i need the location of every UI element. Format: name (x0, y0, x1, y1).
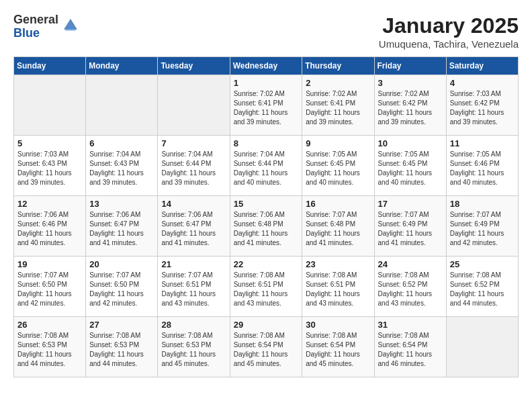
calendar-cell: 23Sunrise: 7:08 AMSunset: 6:51 PMDayligh… (302, 257, 374, 317)
calendar-cell: 7Sunrise: 7:04 AMSunset: 6:44 PMDaylight… (158, 136, 230, 196)
calendar-week-row: 12Sunrise: 7:06 AMSunset: 6:46 PMDayligh… (14, 196, 519, 257)
day-number: 16 (306, 199, 370, 209)
calendar-cell: 24Sunrise: 7:08 AMSunset: 6:52 PMDayligh… (374, 257, 446, 317)
day-number: 18 (450, 199, 515, 209)
day-number: 11 (450, 138, 515, 148)
calendar-cell: 1Sunrise: 7:02 AMSunset: 6:41 PMDaylight… (230, 75, 302, 136)
day-info: Sunrise: 7:08 AMSunset: 6:52 PMDaylight:… (450, 271, 515, 308)
day-info: Sunrise: 7:08 AMSunset: 6:51 PMDaylight:… (234, 271, 299, 308)
calendar-week-row: 1Sunrise: 7:02 AMSunset: 6:41 PMDaylight… (14, 75, 519, 136)
day-info: Sunrise: 7:08 AMSunset: 6:53 PMDaylight:… (89, 331, 154, 369)
calendar-cell: 22Sunrise: 7:08 AMSunset: 6:51 PMDayligh… (230, 257, 302, 317)
calendar-cell (158, 75, 230, 136)
calendar-cell: 5Sunrise: 7:03 AMSunset: 6:43 PMDaylight… (14, 136, 86, 196)
calendar-cell: 10Sunrise: 7:05 AMSunset: 6:45 PMDayligh… (374, 136, 446, 196)
calendar-cell: 26Sunrise: 7:08 AMSunset: 6:53 PMDayligh… (14, 317, 86, 377)
calendar-cell: 16Sunrise: 7:07 AMSunset: 6:48 PMDayligh… (302, 196, 374, 257)
day-number: 13 (89, 199, 154, 209)
day-number: 19 (17, 259, 82, 269)
calendar-cell (446, 317, 518, 377)
calendar-cell: 18Sunrise: 7:07 AMSunset: 6:49 PMDayligh… (446, 196, 518, 257)
day-info: Sunrise: 7:08 AMSunset: 6:54 PMDaylight:… (306, 331, 370, 369)
calendar-week-row: 26Sunrise: 7:08 AMSunset: 6:53 PMDayligh… (14, 317, 519, 377)
logo-general: General (13, 13, 58, 27)
weekday-header: Friday (374, 57, 446, 75)
logo-blue: Blue (13, 27, 58, 40)
calendar-cell: 29Sunrise: 7:08 AMSunset: 6:54 PMDayligh… (230, 317, 302, 377)
calendar-cell: 4Sunrise: 7:03 AMSunset: 6:42 PMDaylight… (446, 75, 518, 136)
calendar-cell: 25Sunrise: 7:08 AMSunset: 6:52 PMDayligh… (446, 257, 518, 317)
day-number: 27 (89, 320, 154, 330)
day-info: Sunrise: 7:05 AMSunset: 6:46 PMDaylight:… (450, 150, 515, 187)
day-number: 9 (306, 138, 370, 148)
weekday-header: Saturday (446, 57, 518, 75)
calendar-cell (14, 75, 86, 136)
day-info: Sunrise: 7:06 AMSunset: 6:47 PMDaylight:… (89, 210, 154, 248)
calendar-cell: 19Sunrise: 7:07 AMSunset: 6:50 PMDayligh… (14, 257, 86, 317)
day-info: Sunrise: 7:07 AMSunset: 6:49 PMDaylight:… (450, 210, 515, 248)
day-info: Sunrise: 7:05 AMSunset: 6:45 PMDaylight:… (306, 150, 370, 187)
day-number: 30 (306, 320, 370, 330)
page-header: General Blue January 2025 Umuquena, Tach… (13, 13, 519, 50)
day-number: 20 (89, 259, 154, 269)
day-info: Sunrise: 7:06 AMSunset: 6:47 PMDaylight:… (161, 210, 226, 248)
day-number: 4 (450, 78, 515, 88)
day-info: Sunrise: 7:02 AMSunset: 6:42 PMDaylight:… (378, 89, 443, 127)
calendar-cell: 31Sunrise: 7:08 AMSunset: 6:54 PMDayligh… (374, 317, 446, 377)
day-number: 10 (378, 138, 443, 148)
calendar-table: SundayMondayTuesdayWednesdayThursdayFrid… (13, 56, 519, 377)
day-number: 17 (378, 199, 443, 209)
calendar-cell: 2Sunrise: 7:02 AMSunset: 6:41 PMDaylight… (302, 75, 374, 136)
day-info: Sunrise: 7:05 AMSunset: 6:45 PMDaylight:… (378, 150, 443, 187)
day-info: Sunrise: 7:08 AMSunset: 6:53 PMDaylight:… (161, 331, 226, 369)
day-info: Sunrise: 7:04 AMSunset: 6:44 PMDaylight:… (161, 150, 226, 187)
day-info: Sunrise: 7:07 AMSunset: 6:49 PMDaylight:… (378, 210, 443, 248)
calendar-cell (86, 75, 158, 136)
day-number: 25 (450, 259, 515, 269)
day-number: 12 (17, 199, 82, 209)
day-info: Sunrise: 7:08 AMSunset: 6:53 PMDaylight:… (17, 331, 82, 369)
day-number: 29 (234, 320, 299, 330)
day-info: Sunrise: 7:08 AMSunset: 6:51 PMDaylight:… (306, 271, 370, 308)
day-number: 23 (306, 259, 370, 269)
calendar-cell: 6Sunrise: 7:04 AMSunset: 6:43 PMDaylight… (86, 136, 158, 196)
title-block: January 2025 Umuquena, Tachira, Venezuel… (379, 13, 519, 50)
day-info: Sunrise: 7:04 AMSunset: 6:43 PMDaylight:… (89, 150, 154, 187)
day-info: Sunrise: 7:07 AMSunset: 6:51 PMDaylight:… (161, 271, 226, 308)
day-info: Sunrise: 7:02 AMSunset: 6:41 PMDaylight:… (306, 89, 370, 127)
day-info: Sunrise: 7:08 AMSunset: 6:52 PMDaylight:… (378, 271, 443, 308)
calendar-cell: 15Sunrise: 7:06 AMSunset: 6:48 PMDayligh… (230, 196, 302, 257)
calendar-cell: 3Sunrise: 7:02 AMSunset: 6:42 PMDaylight… (374, 75, 446, 136)
calendar-cell: 8Sunrise: 7:04 AMSunset: 6:44 PMDaylight… (230, 136, 302, 196)
day-number: 5 (17, 138, 82, 148)
day-number: 7 (161, 138, 226, 148)
location: Umuquena, Tachira, Venezuela (379, 38, 519, 50)
weekday-header: Wednesday (230, 57, 302, 75)
calendar-cell: 30Sunrise: 7:08 AMSunset: 6:54 PMDayligh… (302, 317, 374, 377)
day-number: 28 (161, 320, 226, 330)
calendar-cell: 27Sunrise: 7:08 AMSunset: 6:53 PMDayligh… (86, 317, 158, 377)
day-info: Sunrise: 7:03 AMSunset: 6:43 PMDaylight:… (17, 150, 82, 187)
calendar-cell: 13Sunrise: 7:06 AMSunset: 6:47 PMDayligh… (86, 196, 158, 257)
calendar-cell: 21Sunrise: 7:07 AMSunset: 6:51 PMDayligh… (158, 257, 230, 317)
logo-icon (61, 16, 80, 38)
day-number: 6 (89, 138, 154, 148)
day-info: Sunrise: 7:06 AMSunset: 6:46 PMDaylight:… (17, 210, 82, 248)
day-info: Sunrise: 7:04 AMSunset: 6:44 PMDaylight:… (234, 150, 299, 187)
day-info: Sunrise: 7:06 AMSunset: 6:48 PMDaylight:… (234, 210, 299, 248)
day-info: Sunrise: 7:07 AMSunset: 6:50 PMDaylight:… (89, 271, 154, 308)
weekday-header: Monday (86, 57, 158, 75)
weekday-header: Sunday (14, 57, 86, 75)
calendar-cell: 12Sunrise: 7:06 AMSunset: 6:46 PMDayligh… (14, 196, 86, 257)
weekday-header: Tuesday (158, 57, 230, 75)
day-number: 1 (234, 78, 299, 88)
day-number: 22 (234, 259, 299, 269)
weekday-header-row: SundayMondayTuesdayWednesdayThursdayFrid… (14, 57, 519, 75)
calendar-cell: 11Sunrise: 7:05 AMSunset: 6:46 PMDayligh… (446, 136, 518, 196)
month-title: January 2025 (379, 13, 519, 38)
day-info: Sunrise: 7:02 AMSunset: 6:41 PMDaylight:… (234, 89, 299, 127)
calendar-cell: 17Sunrise: 7:07 AMSunset: 6:49 PMDayligh… (374, 196, 446, 257)
day-number: 31 (378, 320, 443, 330)
weekday-header: Thursday (302, 57, 374, 75)
day-number: 3 (378, 78, 443, 88)
